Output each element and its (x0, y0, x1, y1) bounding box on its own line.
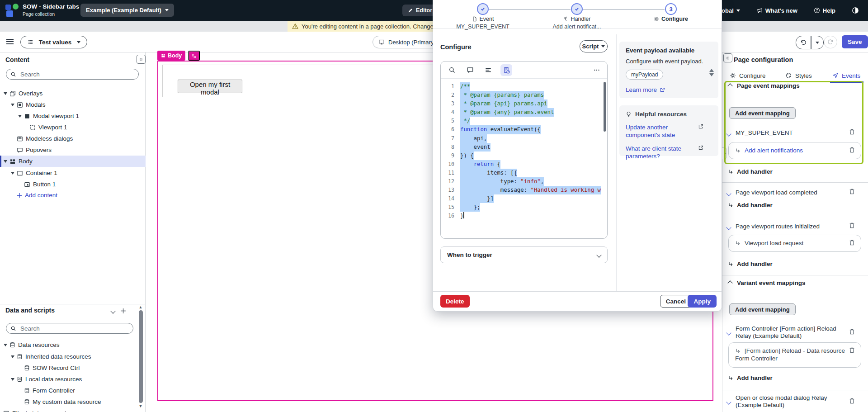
delete-event-button[interactable] (849, 398, 855, 404)
event-row-form-controller-reload[interactable]: Form Controller [Form action] Reload Rel… (727, 325, 862, 339)
payload-stepper-arrows[interactable] (709, 69, 714, 76)
undo-history-dropdown[interactable] (811, 36, 823, 49)
tree-item-client-state-parameters[interactable]: Client state parameters (0, 407, 146, 412)
whats-new-button[interactable]: What's new (754, 7, 800, 14)
tree-item-modals[interactable]: Modals (0, 99, 146, 110)
expand-caret-icon[interactable] (4, 160, 7, 163)
expand-caret-icon[interactable] (11, 172, 14, 175)
delete-event-button[interactable] (849, 328, 855, 335)
test-values-dropdown[interactable]: Test values (20, 36, 87, 48)
tree-item-modeless-dialogs[interactable]: Modeless dialogs (0, 133, 146, 144)
save-button[interactable]: Save (842, 35, 868, 48)
tab-styles[interactable]: Styles (786, 69, 812, 82)
undo-button[interactable] (796, 36, 811, 49)
page-event-mappings-header[interactable]: Page event mappings (728, 82, 800, 89)
apply-button[interactable]: Apply (688, 295, 717, 308)
delete-handler-button[interactable] (849, 347, 855, 354)
when-to-trigger-expander[interactable]: When to trigger (440, 246, 608, 263)
tree-item-inherited-data[interactable]: Inherited data resources (0, 351, 146, 362)
chevron-down-icon[interactable] (727, 329, 731, 336)
chevron-down-icon[interactable] (727, 130, 731, 137)
data-search-input[interactable] (19, 325, 129, 332)
delete-event-button[interactable] (849, 188, 855, 195)
learn-more-link[interactable]: Learn more (626, 86, 665, 93)
scrollbar-thumb[interactable] (139, 310, 143, 403)
resource-link-client-state-params[interactable]: What are client state parameters? (626, 145, 703, 160)
step-handler[interactable]: Handler Add alert notificat... (532, 0, 622, 30)
expand-caret-icon[interactable] (4, 344, 7, 346)
expand-caret-icon[interactable] (18, 115, 22, 118)
editor-validate-script-button[interactable] (500, 64, 512, 76)
collapse-panel-button[interactable] (137, 55, 146, 64)
payload-chip[interactable]: myPayload (626, 70, 663, 80)
expand-caret-icon[interactable] (4, 92, 7, 95)
tree-item-local-data[interactable]: Local data resources (0, 374, 146, 385)
step-event[interactable]: Event MY_SUPER_EVENT (438, 0, 528, 30)
add-data-resource-button[interactable] (120, 308, 126, 314)
arrow-down-icon[interactable] (709, 73, 714, 76)
collapse-config-panel-button[interactable] (723, 53, 732, 62)
tree-item-modal-viewport[interactable]: Modal viewport 1 (0, 110, 146, 122)
delete-handler-button[interactable] (849, 239, 855, 246)
arrow-up-icon[interactable] (709, 69, 714, 72)
handler-card[interactable]: [Form action] Reload - Data resource For… (728, 342, 861, 368)
collapse-section-button[interactable] (111, 308, 115, 314)
data-panel-scrollbar[interactable]: ▲ ▼ (137, 305, 144, 412)
tree-item-overlays[interactable]: Overlays (0, 88, 146, 99)
editor-format-button[interactable] (482, 64, 494, 76)
tree-item-body[interactable]: Body (0, 156, 146, 167)
editor-search-button[interactable] (446, 64, 458, 76)
content-search-input[interactable] (19, 71, 134, 78)
add-event-mapping-button[interactable]: Add event mapping (729, 303, 796, 315)
chevron-down-icon[interactable] (727, 398, 731, 405)
editor-more-button[interactable] (591, 64, 603, 76)
add-handler-button[interactable]: Add handler (728, 260, 773, 267)
add-handler-button[interactable]: Add handler (728, 202, 773, 208)
expand-caret-icon[interactable] (11, 378, 14, 381)
tree-item-viewport[interactable]: Viewport 1 (0, 122, 146, 133)
expand-caret-icon[interactable] (11, 355, 14, 358)
tab-events[interactable]: Events (832, 69, 860, 82)
event-row-viewport-routes-initialized[interactable]: Page viewport routes initialized (727, 222, 862, 231)
add-content-button[interactable]: Add content (17, 192, 57, 199)
redo-button[interactable] (824, 36, 837, 48)
tree-item-button[interactable]: Button 1 (0, 179, 146, 190)
tree-item-form-controller[interactable]: Form Controller (0, 385, 146, 396)
script-type-dropdown[interactable]: Script (580, 40, 608, 52)
event-row-viewport-load-completed[interactable]: Page viewport load completed (727, 188, 862, 197)
delete-event-button[interactable] (849, 222, 855, 229)
add-event-mapping-button[interactable]: Add event mapping (729, 107, 796, 119)
delete-handler-button[interactable] (849, 147, 855, 153)
chevron-down-icon[interactable] (727, 190, 731, 197)
handler-card-selected[interactable]: Add alert notifications (728, 142, 861, 159)
variant-dropdown[interactable]: Example (Example Default) (80, 4, 174, 17)
tree-item-custom-data-resource[interactable]: My custom data resource (0, 396, 146, 407)
tab-configure[interactable]: Configure (730, 69, 766, 82)
code-area[interactable]: 1/**2 * @param {params} params3 * @param… (441, 79, 607, 221)
selected-component-tag[interactable]: Body (157, 51, 185, 61)
step-configure[interactable]: 3 Configure (626, 0, 716, 22)
chevron-down-icon[interactable] (727, 224, 731, 231)
editor-comment-button[interactable] (464, 64, 476, 76)
variant-event-mappings-header[interactable]: Variant event mappings (728, 279, 806, 286)
cancel-button[interactable]: Cancel (660, 295, 692, 308)
scroll-up-icon[interactable]: ▲ (139, 305, 143, 309)
help-button[interactable]: Help (811, 7, 838, 14)
script-editor[interactable]: 1/**2 * @param {params} params3 * @param… (440, 61, 608, 239)
open-modal-button[interactable]: Open my first modal (178, 80, 242, 93)
resource-link-update-state[interactable]: Update another component's state (626, 123, 703, 139)
scroll-down-icon[interactable]: ▼ (139, 404, 143, 408)
delete-event-button[interactable] (849, 128, 855, 135)
editor-scrollbar-thumb[interactable] (604, 82, 606, 132)
event-row-open-close-modal[interactable]: Open or close modal dialog Relay (Exampl… (727, 394, 862, 408)
menu-icon[interactable] (6, 39, 14, 44)
tree-item-sow-record-ctrl[interactable]: SOW Record Ctrl (0, 362, 146, 374)
expand-caret-icon[interactable] (11, 104, 14, 106)
event-row-my-super-event[interactable]: MY_SUPER_EVENT (727, 128, 862, 137)
tree-item-data-resources[interactable]: Data resources (0, 339, 146, 350)
add-handler-button[interactable]: Add handler (728, 168, 773, 175)
add-handler-button[interactable]: Add handler (728, 374, 773, 381)
tree-item-container[interactable]: Container 1 (0, 167, 146, 179)
theme-toggle-button[interactable] (849, 6, 862, 14)
parent-selector-tag[interactable] (188, 51, 200, 61)
